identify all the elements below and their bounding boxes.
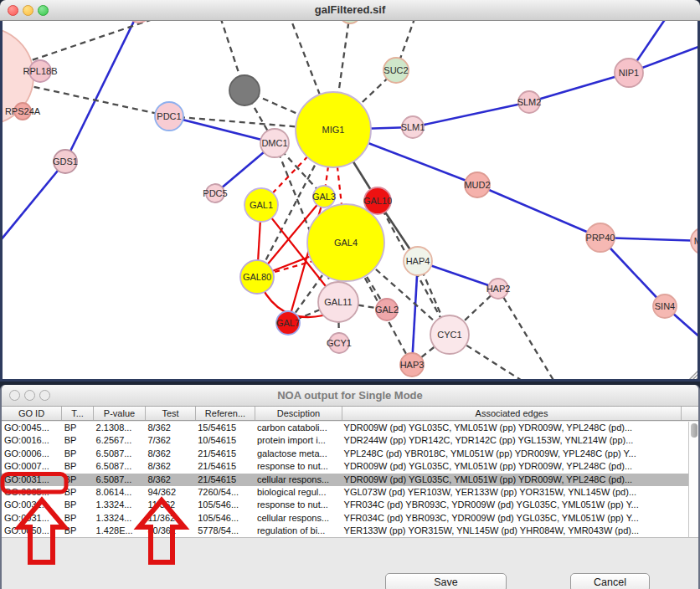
cell-p_value: 6.5087...	[94, 460, 146, 473]
table-row[interactable]: GO:0031...BP1.3324...11/362105/546...cel…	[2, 512, 688, 525]
noa-output-window: NOA output for Single Mode GO ID T... P-…	[0, 385, 700, 589]
cell-reference: 105/546...	[195, 499, 255, 511]
graph-edge	[529, 73, 629, 102]
cell-edges: YDR009W (pd) YGL035C, YML051W (pp) YDR00…	[342, 422, 688, 434]
cell-p_value: 6.5087...	[94, 448, 146, 460]
table-row[interactable]: GO:0031...BP6.5087...8/36221/54615cellul…	[2, 474, 688, 486]
cell-edges: YGL073W (pd) YER103W, YER133W (pp) YOR31…	[342, 486, 688, 499]
cell-test: 94/362	[145, 486, 195, 499]
node-MIG1-label: MIG1	[322, 125, 345, 135]
table-row[interactable]: GO:0050...BP1.428E...80/3625778/54...reg…	[2, 525, 688, 537]
node-green-cut[interactable]	[339, 21, 361, 23]
cell-reference: 15/54615	[195, 422, 255, 434]
cell-go_id: GO:0031...	[2, 499, 62, 511]
graph-edge	[477, 185, 600, 238]
cell-test: 7/362	[145, 434, 195, 447]
table-row[interactable]: GO:0065...BP8.0614...94/3627260/54...bio…	[2, 486, 688, 499]
node-GAL11-label: GAL11	[324, 297, 352, 307]
cell-go_id: GO:0016...	[2, 434, 62, 447]
cell-description: galactose meta...	[255, 448, 342, 460]
node-RPL18B-label: RPL18B	[23, 66, 58, 76]
node-HAP2-label: HAP2	[486, 284, 511, 294]
node-GAL2-label: GAL2	[375, 305, 399, 315]
window-title: galFiltered.sif	[0, 3, 700, 16]
cell-type: BP	[62, 499, 94, 511]
cell-edges: YFR034C (pd) YBR093C, YDR009W (pd) YGL03…	[342, 499, 688, 511]
graph-edge	[413, 102, 529, 127]
cell-p_value: 6.2567...	[94, 434, 146, 447]
node-SUC2-label: SUC2	[383, 65, 408, 75]
edges-layer	[0, 21, 700, 382]
cell-p_value: 1.3324...	[94, 499, 146, 511]
column-header-p-value[interactable]: P-value	[94, 407, 146, 420]
column-header-go-id[interactable]: GO ID	[2, 407, 62, 420]
node-gray[interactable]	[229, 75, 260, 105]
table-row[interactable]: GO:0007...BP6.5087...8/36221/54615respon…	[2, 460, 688, 473]
table-row[interactable]: GO:0016...BP6.2567...7/36210/54615protei…	[2, 434, 688, 447]
node-GDS1-label: GDS1	[53, 156, 78, 166]
cell-test: 8/362	[145, 474, 195, 486]
cell-description: cellular respons...	[255, 512, 342, 525]
cancel-button[interactable]: Cancel	[570, 573, 650, 589]
graph-edge	[0, 161, 65, 241]
node-DMC1-label: DMC1	[261, 138, 287, 148]
cell-reference: 105/546...	[195, 512, 255, 525]
cell-test: 80/362	[145, 525, 195, 537]
node-GAL7-label: GAL7	[276, 318, 300, 328]
column-header-description[interactable]: Desciption	[255, 407, 342, 420]
column-header-associated-edges[interactable]: Associated edges	[342, 407, 682, 420]
cell-description: response to nut...	[255, 460, 342, 473]
column-header-test[interactable]: Test	[146, 407, 196, 420]
save-button[interactable]: Save	[385, 573, 507, 589]
node-GCY1-label: GCY1	[327, 338, 352, 348]
node-GAL3-label: GAL3	[312, 192, 336, 202]
cell-description: carbon cataboli...	[255, 422, 342, 434]
node-SLM1-label: SLM1	[401, 122, 425, 132]
column-header-reference[interactable]: Referen...	[196, 407, 255, 420]
cell-p_value: 2.1308...	[94, 422, 146, 434]
nodes-layer: RPL18BRPS24AGDS1PDC1PDC5DMC1MIG1SUC2SLM1…	[0, 21, 700, 376]
scrollbar-thumb[interactable]	[691, 423, 697, 438]
cell-description: protein import i...	[255, 434, 342, 447]
node-PDC5-label: PDC5	[203, 188, 227, 198]
table-row[interactable]: GO:0006...BP6.5087...8/36221/54615galact…	[2, 448, 688, 460]
table-row[interactable]: GO:0031...BP1.3324...11/362105/546...res…	[2, 499, 688, 511]
node-HAP3-label: HAP3	[400, 360, 425, 370]
cell-type: BP	[62, 512, 94, 525]
network-window: galFiltered.sif RPL18BRPS24AGDS1PDC1PDC5…	[0, 0, 700, 382]
cell-go_id: GO:0050...	[2, 525, 62, 537]
cell-go_id: GO:0031...	[2, 474, 62, 486]
node-MUD2-label: MUD2	[464, 180, 490, 190]
cell-reference: 21/54615	[195, 474, 255, 486]
cell-edges: YDR009W (pd) YGL035C, YML051W (pp) YDR00…	[342, 460, 688, 473]
cell-p_value: 1.3324...	[94, 512, 146, 525]
table-header-row: GO ID T... P-value Test Referen... Desci…	[2, 407, 698, 421]
node-PRP40-label: PRP40	[586, 233, 615, 243]
cell-go_id: GO:0007...	[2, 460, 62, 473]
cell-go_id: GO:0006...	[2, 448, 62, 460]
resize-grip-icon	[688, 371, 698, 381]
network-canvas[interactable]: RPL18BRPS24AGDS1PDC1PDC5DMC1MIG1SUC2SLM1…	[0, 21, 700, 382]
node-HAP4-label: HAP4	[406, 256, 430, 266]
cell-test: 8/362	[145, 448, 195, 460]
graph-edge	[412, 261, 418, 365]
cell-test: 8/362	[145, 460, 195, 473]
cell-go_id: GO:0045...	[2, 422, 62, 434]
cell-test: 8/362	[145, 422, 195, 434]
screen: galFiltered.sif RPL18BRPS24AGDS1PDC1PDC5…	[0, 0, 700, 589]
cell-edges: YDR009W (pd) YGL035C, YML051W (pp) YDR00…	[342, 474, 688, 486]
node-RPS24A-label: RPS24A	[5, 106, 41, 116]
node-SIN4-label: SIN4	[655, 301, 675, 311]
cell-reference: 5778/54...	[195, 525, 255, 537]
cell-edges: YDR244W (pp) YDR142C, YDR142C (pp) YGL15…	[342, 434, 688, 447]
vertical-scrollbar[interactable]	[688, 422, 698, 538]
cell-edges: YPL248C (pd) YBR018C, YML051W (pp) YDR00…	[342, 448, 688, 460]
window-title: NOA output for Single Mode	[2, 389, 698, 402]
column-header-type[interactable]: T...	[62, 407, 94, 420]
node-NIP1-label: NIP1	[619, 68, 639, 78]
node-GAL80-label: GAL80	[243, 272, 271, 282]
table-row[interactable]: GO:0045...BP2.1308...8/36215/54615carbon…	[2, 422, 688, 434]
cell-type: BP	[62, 434, 94, 447]
cell-p_value: 1.428E...	[94, 525, 146, 537]
cell-test: 11/362	[145, 499, 195, 511]
